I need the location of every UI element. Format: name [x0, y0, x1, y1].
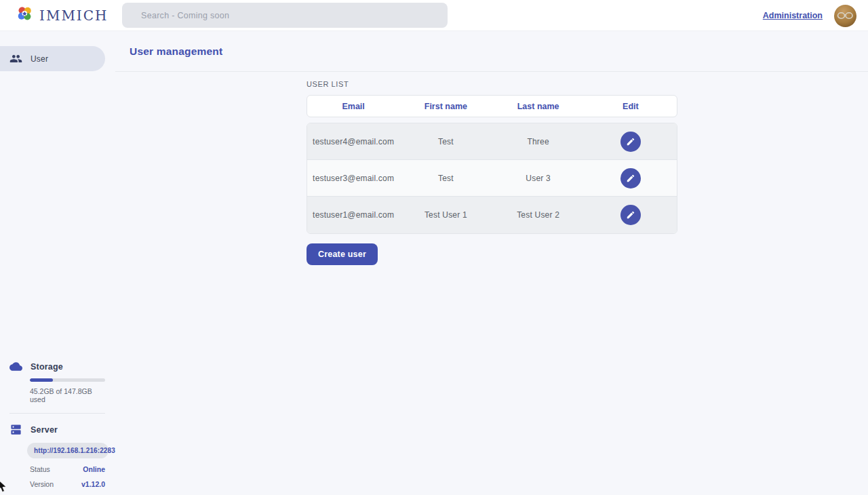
cell-email: testuser1@email.com — [307, 210, 399, 220]
header-cell: Email — [307, 102, 399, 111]
immich-flower-icon — [16, 5, 34, 26]
sidebar-status-panel: Storage 45.2GB of 147.8GB used Server ht… — [0, 360, 115, 488]
header-cell: Edit — [585, 102, 677, 111]
page-title: User management — [130, 45, 222, 58]
create-user-button[interactable]: Create user — [307, 243, 378, 265]
table-header-row: EmailFirst nameLast nameEdit — [307, 95, 677, 117]
sidebar: User Storage 45.2GB of 147.8GB used — [0, 31, 115, 495]
table-row: testuser3@email.comTestUser 3 — [307, 160, 677, 197]
page-header: User management — [115, 31, 868, 72]
edit-user-button[interactable] — [620, 168, 641, 189]
header-cell: Last name — [492, 102, 585, 111]
app-name: IMMICH — [39, 7, 108, 24]
server-status-value: Online — [83, 465, 105, 473]
storage-progress-fill — [30, 378, 53, 382]
cell-first-name: Test User 1 — [399, 210, 492, 220]
cell-last-name: Three — [492, 137, 585, 146]
server-url-badge: http://192.168.1.216:2283 — [27, 443, 108, 458]
top-bar: IMMICH Administration — [0, 0, 868, 31]
main-panel: User management USER LIST EmailFirst nam… — [115, 31, 868, 495]
server-status-label: Status — [30, 465, 50, 473]
sidebar-item-label: User — [31, 54, 48, 64]
sidebar-item-user[interactable]: User — [0, 46, 105, 71]
sidebar-divider — [9, 413, 105, 414]
administration-link[interactable]: Administration — [763, 11, 823, 20]
users-icon — [9, 52, 22, 65]
user-list-label: USER LIST — [307, 80, 868, 88]
server-icon — [9, 423, 22, 436]
cloud-icon — [9, 360, 22, 373]
pencil-icon — [626, 174, 635, 183]
server-version-label: Version — [30, 480, 54, 488]
storage-usage-text: 45.2GB of 147.8GB used — [30, 387, 105, 403]
edit-user-button[interactable] — [620, 205, 641, 225]
server-version-value: v1.12.0 — [81, 480, 105, 488]
user-avatar[interactable] — [834, 5, 856, 27]
cell-email: testuser4@email.com — [307, 137, 399, 146]
table-body: testuser4@email.comTestThreetestuser3@em… — [307, 123, 677, 234]
cell-first-name: Test — [399, 174, 492, 183]
header-cell: First name — [399, 102, 492, 111]
pencil-icon — [626, 210, 635, 220]
cell-last-name: User 3 — [492, 174, 585, 183]
edit-user-button[interactable] — [620, 132, 641, 152]
storage-title: Storage — [31, 362, 63, 372]
search-input[interactable] — [141, 11, 412, 20]
cell-first-name: Test — [399, 137, 492, 146]
user-table: EmailFirst nameLast nameEdit testuser4@e… — [307, 95, 677, 234]
cell-last-name: Test User 2 — [492, 210, 585, 220]
cell-email: testuser3@email.com — [307, 174, 399, 183]
glasses-icon — [837, 12, 854, 20]
table-row: testuser4@email.comTestThree — [307, 123, 677, 160]
app-logo[interactable]: IMMICH — [0, 5, 108, 26]
server-title: Server — [31, 425, 58, 435]
pencil-icon — [626, 137, 635, 146]
table-row: testuser1@email.comTest User 1Test User … — [307, 197, 677, 233]
search-bar[interactable] — [122, 3, 448, 28]
storage-progress-bar — [30, 378, 105, 382]
